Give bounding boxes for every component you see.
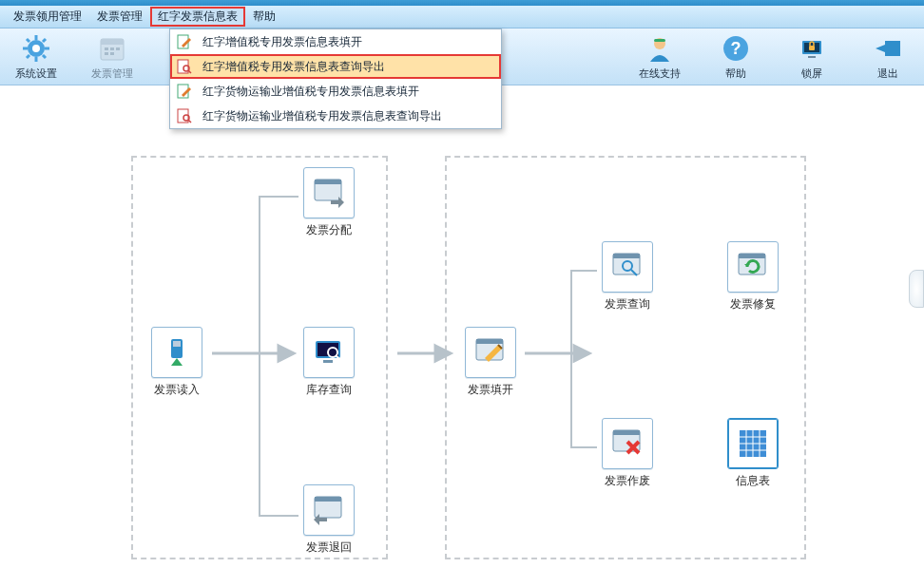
window-edit-icon [465, 327, 516, 378]
node-invoice-return[interactable]: 发票退回 [300, 484, 357, 556]
svg-rect-49 [476, 339, 503, 344]
menu-help[interactable]: 帮助 [245, 7, 283, 27]
lock-icon [796, 32, 828, 65]
svg-text:?: ? [731, 39, 741, 58]
tool-label: 锁屏 [801, 66, 822, 81]
window-refresh-icon [727, 241, 779, 293]
menu-red-invoice-info[interactable]: 红字发票信息表 [150, 7, 245, 27]
node-label: 发票修复 [730, 296, 776, 312]
svg-rect-28 [809, 46, 815, 50]
arrow-right-icon [397, 342, 454, 365]
form-search-icon [176, 58, 193, 75]
workflow-canvas: 发票读入 发票分配 库存查询 发票退回 发票填开 发票查询 发票修复 发票作废 … [0, 85, 924, 587]
menu-invoice-receive[interactable]: 发票领用管理 [6, 7, 89, 27]
tool-help[interactable]: ? 帮助 [711, 32, 760, 81]
svg-rect-11 [101, 39, 124, 45]
tool-lock-screen[interactable]: 锁屏 [787, 32, 837, 81]
connector-line [570, 270, 597, 272]
help-icon: ? [720, 32, 752, 65]
arrow-right-icon [525, 342, 593, 365]
node-invoice-read[interactable]: 发票读入 [148, 327, 205, 398]
svg-rect-57 [613, 430, 640, 435]
node-invoice-repair[interactable]: 发票修复 [724, 241, 781, 312]
connector-line [570, 270, 572, 448]
tool-label: 发票管理 [91, 66, 133, 81]
connector-line [259, 196, 298, 198]
node-label: 发票退回 [306, 540, 352, 556]
tool-label: 系统设置 [15, 66, 57, 81]
tool-label: 退出 [877, 66, 898, 81]
monitor-search-icon [303, 327, 355, 378]
grid-table-icon [727, 418, 779, 469]
usb-upload-icon [151, 327, 202, 378]
svg-rect-51 [613, 254, 640, 258]
svg-line-8 [43, 39, 46, 42]
window-back-icon [303, 484, 355, 536]
node-label: 发票作废 [605, 473, 650, 489]
dropdown-label: 红字增值税专用发票信息表查询导出 [202, 59, 385, 75]
svg-line-6 [27, 39, 29, 42]
dropdown-item-fill-vat[interactable]: 红字增值税专用发票信息表填开 [170, 29, 501, 54]
dropdown-item-query-export-freight[interactable]: 红字货物运输业增值税专用发票信息表查询导出 [170, 104, 501, 128]
exit-icon [872, 32, 904, 65]
svg-rect-13 [110, 47, 114, 50]
svg-rect-27 [808, 56, 816, 58]
menu-invoice-manage[interactable]: 发票管理 [89, 7, 150, 27]
dropdown-item-fill-freight[interactable]: 红字货物运输业增值税专用发票信息表填开 [170, 79, 501, 104]
svg-rect-38 [173, 341, 181, 347]
node-label: 发票读入 [154, 382, 200, 398]
form-edit-icon [176, 83, 193, 100]
svg-point-1 [32, 45, 40, 52]
dropdown-label: 红字货物运输业增值税专用发票信息表填开 [202, 84, 419, 100]
svg-rect-16 [110, 52, 114, 55]
svg-rect-55 [739, 254, 765, 258]
support-icon [644, 32, 676, 65]
connector-line [259, 196, 260, 517]
node-label: 发票填开 [468, 382, 513, 398]
connector-line [259, 515, 298, 517]
svg-rect-12 [105, 47, 108, 50]
connector-line [570, 446, 597, 448]
tool-system-settings[interactable]: 系统设置 [11, 32, 61, 81]
node-label: 信息表 [736, 473, 770, 489]
node-label: 发票查询 [605, 296, 650, 312]
dropdown-label: 红字增值税专用发票信息表填开 [202, 34, 362, 50]
tool-label: 帮助 [725, 66, 746, 81]
svg-line-7 [43, 55, 46, 58]
menubar: 发票领用管理 发票管理 红字发票信息表 帮助 [0, 6, 924, 28]
form-search-icon [176, 107, 193, 124]
node-invoice-fill[interactable]: 发票填开 [462, 327, 519, 398]
node-invoice-void[interactable]: 发票作废 [599, 418, 656, 489]
svg-rect-40 [315, 180, 341, 184]
svg-line-9 [27, 55, 29, 58]
node-label: 发票分配 [306, 222, 352, 238]
node-label: 库存查询 [306, 382, 352, 398]
dropdown-label: 红字货物运输业增值税专用发票信息表查询导出 [202, 108, 442, 124]
side-handle[interactable] [909, 270, 924, 308]
calendar-icon [96, 32, 128, 65]
tool-exit[interactable]: 退出 [863, 32, 913, 81]
gear-icon [20, 32, 52, 65]
red-invoice-dropdown: 红字增值税专用发票信息表填开 红字增值税专用发票信息表查询导出 红字货物运输业增… [169, 28, 502, 129]
window-forward-icon [303, 167, 355, 218]
node-info-table[interactable]: 信息表 [724, 418, 781, 489]
node-invoice-query[interactable]: 发票查询 [599, 241, 656, 312]
svg-rect-43 [323, 360, 333, 363]
arrow-right-icon [212, 342, 298, 365]
tool-label: 在线支持 [639, 66, 681, 81]
node-stock-query[interactable]: 库存查询 [300, 327, 357, 398]
tool-online-support[interactable]: 在线支持 [635, 32, 684, 81]
window-search-icon [602, 241, 653, 293]
svg-rect-15 [105, 52, 108, 55]
dropdown-item-query-export-vat[interactable]: 红字增值税专用发票信息表查询导出 [170, 54, 501, 79]
svg-rect-14 [116, 47, 120, 50]
node-invoice-distribute[interactable]: 发票分配 [300, 167, 357, 238]
form-edit-icon [176, 33, 193, 50]
window-delete-icon [602, 418, 653, 469]
svg-rect-47 [315, 497, 341, 502]
svg-rect-22 [654, 39, 665, 42]
tool-invoice-manage[interactable]: 发票管理 [87, 32, 137, 81]
